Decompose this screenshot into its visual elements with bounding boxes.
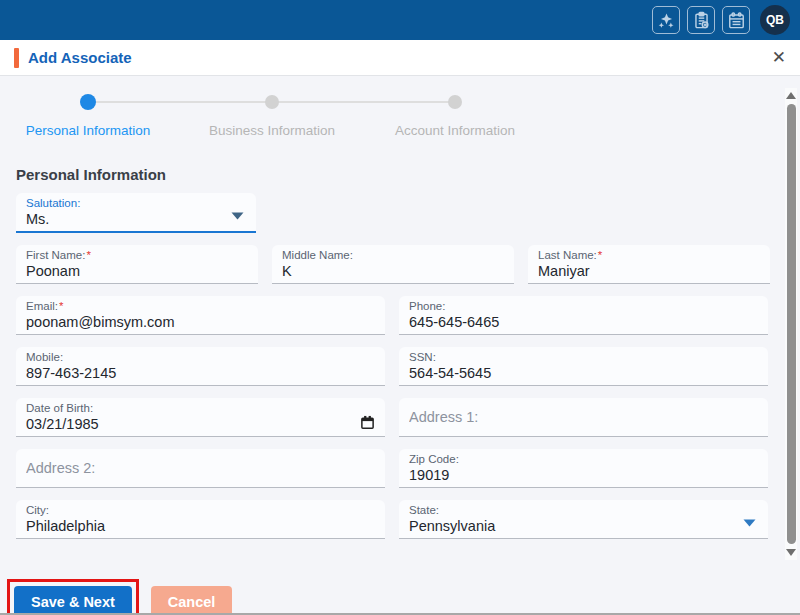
address2-input[interactable] (26, 459, 375, 476)
last-name-label: Last Name:* (538, 249, 760, 262)
vertical-scrollbar[interactable] (785, 88, 797, 560)
city-label: City: (26, 504, 375, 517)
salutation-select[interactable]: Salutation: Ms. (16, 193, 256, 233)
title-accent-bar (14, 48, 19, 68)
last-name-field-box: Last Name:* (528, 245, 770, 284)
ssn-label: SSN: (409, 351, 758, 364)
salutation-value: Ms. (26, 210, 246, 227)
tab-business-information[interactable]: Business Information (209, 123, 335, 138)
app-topbar: QB (0, 0, 800, 40)
dob-field-box: Date of Birth: (16, 398, 385, 437)
first-name-input[interactable] (26, 262, 248, 279)
state-select[interactable]: State: Pennsylvania (399, 500, 768, 539)
save-next-button[interactable]: Save & Next (14, 586, 132, 615)
clipboard-add-icon[interactable] (687, 6, 715, 34)
step-dot-personal[interactable] (80, 94, 96, 110)
chevron-down-icon (231, 212, 244, 220)
zip-input[interactable] (409, 466, 758, 483)
user-avatar[interactable]: QB (760, 5, 790, 35)
step-dot-business[interactable] (265, 95, 279, 109)
chevron-down-icon (743, 519, 756, 527)
mobile-field-box: Mobile: (16, 347, 385, 386)
required-mark: * (59, 300, 63, 312)
salutation-label: Salutation: (26, 197, 246, 210)
dob-input[interactable] (26, 415, 375, 432)
tab-personal-information[interactable]: Personal Information (26, 123, 151, 138)
scroll-down-arrow-icon[interactable] (786, 549, 796, 556)
zip-field-box: Zip Code: (399, 449, 768, 488)
first-name-label: First Name:* (26, 249, 248, 262)
cancel-button[interactable]: Cancel (151, 586, 233, 615)
step-dot-account[interactable] (448, 95, 462, 109)
ssn-input[interactable] (409, 364, 758, 381)
mobile-label: Mobile: (26, 351, 375, 364)
required-mark: * (598, 249, 602, 261)
close-icon[interactable]: ✕ (772, 47, 786, 68)
mobile-input[interactable] (26, 364, 375, 381)
middle-name-input[interactable] (282, 262, 504, 279)
last-name-input[interactable] (538, 262, 760, 279)
scroll-up-arrow-icon[interactable] (786, 92, 796, 99)
email-field-box: Email:* (16, 296, 385, 335)
city-input[interactable] (26, 517, 375, 534)
city-field-box: City: (16, 500, 385, 539)
zip-label: Zip Code: (409, 453, 758, 466)
dob-label: Date of Birth: (26, 402, 375, 415)
scrollbar-thumb[interactable] (787, 104, 796, 544)
dialog-title: Add Associate (28, 49, 132, 66)
middle-name-label: Middle Name: (282, 249, 504, 262)
state-value: Pennsylvania (409, 517, 758, 534)
address2-field-box (16, 449, 385, 488)
add-associate-window: QB Add Associate ✕ Personal Information … (0, 0, 800, 615)
state-label: State: (409, 504, 758, 517)
phone-input[interactable] (409, 313, 758, 330)
phone-field-box: Phone: (399, 296, 768, 335)
middle-name-field-box: Middle Name: (272, 245, 514, 284)
sparkles-icon[interactable] (652, 6, 680, 34)
date-picker-icon[interactable] (360, 415, 375, 430)
section-heading: Personal Information (16, 166, 770, 183)
wizard-stepper: Personal Information Business Informatio… (16, 94, 770, 142)
first-name-field-box: First Name:* (16, 245, 258, 284)
email-label: Email:* (26, 300, 375, 313)
required-mark: * (86, 249, 90, 261)
calendar-icon[interactable] (722, 6, 750, 34)
phone-label: Phone: (409, 300, 758, 313)
highlight-box: Save & Next (7, 579, 139, 615)
form-content: Personal Information Business Informatio… (0, 76, 800, 615)
address1-field-box (399, 398, 768, 437)
footer-actions: Save & Next Cancel (16, 579, 770, 615)
dialog-header: Add Associate ✕ (0, 40, 800, 76)
email-input[interactable] (26, 313, 375, 330)
tab-account-information[interactable]: Account Information (395, 123, 515, 138)
address1-input[interactable] (409, 408, 758, 425)
ssn-field-box: SSN: (399, 347, 768, 386)
